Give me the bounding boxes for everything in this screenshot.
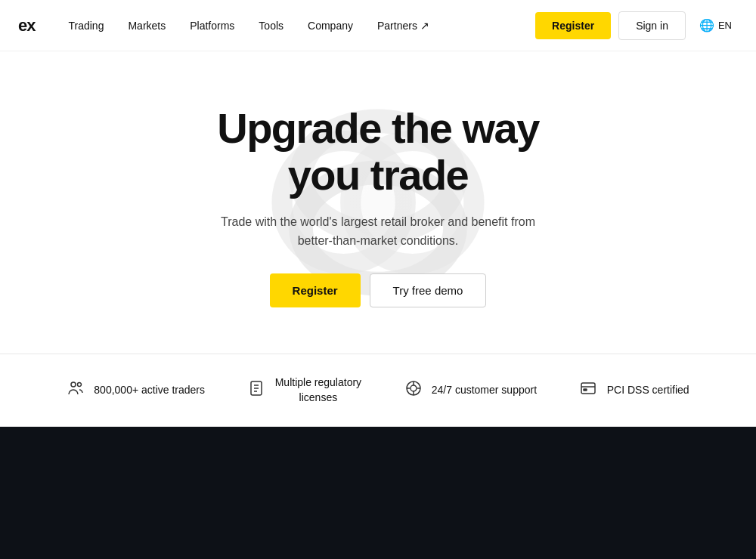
hero-subtitle: Trade with the world's largest retail br…: [219, 212, 537, 251]
stat-item-support: 24/7 customer support: [404, 379, 537, 402]
svg-point-12: [411, 385, 417, 391]
lang-selector[interactable]: 🌐 EN: [693, 14, 738, 37]
stat-text-pci: PCI DSS certified: [607, 383, 689, 398]
hero-buttons: Register Try free demo: [217, 273, 539, 307]
nav-right: Register Sign in 🌐 EN: [535, 11, 738, 40]
nav-item-platforms[interactable]: Platforms: [181, 15, 243, 36]
nav-register-button[interactable]: Register: [535, 12, 611, 39]
dark-footer-section: [0, 427, 756, 559]
logo-text: ex: [18, 16, 35, 36]
logo[interactable]: ex: [18, 16, 35, 36]
nav-links: Trading Markets Platforms Tools Company …: [59, 15, 535, 36]
navbar: ex Trading Markets Platforms Tools Compa…: [0, 0, 756, 51]
nav-item-markets[interactable]: Markets: [119, 15, 175, 36]
stat-item-licenses: Multiple regulatorylicenses: [248, 375, 361, 405]
stat-text-traders: 800,000+ active traders: [94, 383, 205, 398]
stats-bar: 800,000+ active traders Multiple regulat…: [0, 354, 756, 427]
nav-item-company[interactable]: Company: [299, 15, 362, 36]
stat-text-licenses: Multiple regulatorylicenses: [275, 375, 361, 405]
stat-text-support: 24/7 customer support: [432, 383, 537, 398]
globe-icon: 🌐: [699, 18, 714, 32]
svg-point-6: [78, 382, 82, 386]
nav-item-tools[interactable]: Tools: [249, 15, 293, 36]
support-icon: [404, 379, 423, 402]
nav-item-partners[interactable]: Partners ↗: [368, 15, 438, 36]
lang-label: EN: [718, 20, 732, 31]
hero-demo-button[interactable]: Try free demo: [370, 273, 487, 307]
hero-register-button[interactable]: Register: [270, 273, 361, 307]
licenses-icon: [248, 379, 266, 402]
stat-item-traders: 800,000+ active traders: [67, 379, 205, 402]
nav-item-trading[interactable]: Trading: [59, 15, 113, 36]
hero-content: Upgrade the way you trade Trade with the…: [217, 105, 539, 307]
hero-section: Upgrade the way you trade Trade with the…: [0, 51, 756, 354]
stat-item-pci: PCI DSS certified: [580, 379, 689, 402]
nav-signin-button[interactable]: Sign in: [618, 11, 686, 40]
traders-icon: [67, 379, 85, 402]
svg-rect-17: [584, 389, 587, 391]
pci-icon: [580, 379, 598, 402]
svg-point-5: [71, 382, 76, 387]
svg-rect-15: [581, 383, 595, 394]
hero-title: Upgrade the way you trade: [217, 105, 539, 198]
